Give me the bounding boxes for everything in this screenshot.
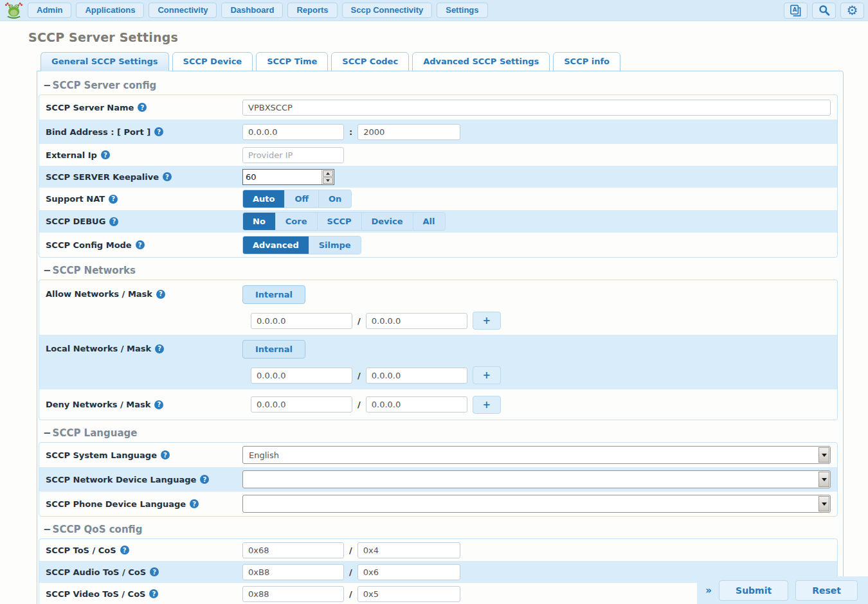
- question-circle-icon[interactable]: ?: [138, 103, 147, 112]
- field-label: Allow Networks / Mask: [46, 289, 152, 299]
- row-local-networks: Local Networks / Mask ? Internal / +: [39, 335, 837, 389]
- tab-general-sccp-settings[interactable]: General SCCP Settings: [41, 52, 169, 71]
- allow-mask-input[interactable]: [366, 313, 467, 329]
- field-label: SCCP Config Mode: [46, 240, 132, 250]
- tab-sccp-device[interactable]: SCCP Device: [172, 52, 253, 71]
- nat-auto-button[interactable]: Auto: [243, 190, 285, 208]
- collapse-icon[interactable]: −: [43, 265, 51, 276]
- video-tos-input[interactable]: [242, 586, 344, 602]
- row-config-mode: SCCP Config Mode ? Advanced Silmpe: [39, 233, 837, 257]
- allow-network-input[interactable]: [251, 313, 352, 329]
- question-circle-icon[interactable]: ?: [154, 400, 163, 409]
- network-device-language-select[interactable]: [242, 470, 831, 488]
- collapse-icon[interactable]: −: [43, 80, 51, 91]
- local-network-input[interactable]: [251, 368, 352, 384]
- slash-separator: /: [357, 400, 361, 409]
- section-title: SCCP QoS config: [53, 524, 143, 535]
- question-circle-icon[interactable]: ?: [163, 172, 172, 181]
- dropdown-arrow-icon[interactable]: [818, 472, 829, 487]
- audio-tos-input[interactable]: [242, 564, 344, 580]
- question-circle-icon[interactable]: ?: [190, 499, 199, 508]
- dropdown-arrow-icon[interactable]: [818, 447, 829, 463]
- field-label: SCCP Audio ToS / CoS: [46, 567, 146, 577]
- collapse-icon[interactable]: −: [43, 427, 51, 439]
- row-sccp-debug: SCCP DEBUG ? No Core SCCP Device All: [39, 210, 837, 233]
- sccp-server-name-input[interactable]: [242, 100, 831, 116]
- nat-off-button[interactable]: Off: [285, 190, 319, 208]
- question-circle-icon[interactable]: ?: [154, 127, 163, 136]
- submit-button[interactable]: Submit: [719, 580, 788, 601]
- reset-button[interactable]: Reset: [795, 580, 858, 601]
- nav-item-dashboard[interactable]: Dashboard: [221, 3, 283, 18]
- question-circle-icon[interactable]: ?: [155, 344, 164, 353]
- question-circle-icon[interactable]: ?: [101, 150, 110, 159]
- tos-input[interactable]: [242, 542, 344, 558]
- local-internal-button[interactable]: Internal: [242, 340, 305, 359]
- search-button[interactable]: [812, 3, 836, 19]
- section-box-server-config: SCCP Server Name ? Bind Address : [ Port…: [39, 94, 838, 258]
- debug-all-button[interactable]: All: [413, 213, 445, 230]
- bind-port-input[interactable]: [357, 124, 460, 140]
- keepalive-stepper[interactable]: 60: [242, 169, 334, 185]
- settings-gear-button[interactable]: ⚙: [840, 3, 864, 19]
- section-title: SCCP Networks: [53, 265, 136, 276]
- nav-item-settings[interactable]: Settings: [437, 3, 487, 18]
- tab-advanced-sccp-settings[interactable]: Advanced SCCP Settings: [412, 52, 550, 71]
- bind-address-input[interactable]: [242, 124, 344, 140]
- system-language-select[interactable]: English: [242, 446, 831, 464]
- allow-internal-button[interactable]: Internal: [242, 285, 305, 304]
- question-circle-icon[interactable]: ?: [109, 195, 118, 204]
- nav-item-sccp-connectivity[interactable]: Sccp Connectivity: [342, 3, 433, 18]
- colon-separator: :: [349, 127, 352, 137]
- phone-device-language-select[interactable]: [242, 495, 831, 513]
- question-circle-icon[interactable]: ?: [149, 589, 158, 598]
- nav-item-admin[interactable]: Admin: [28, 3, 71, 18]
- question-circle-icon[interactable]: ?: [150, 567, 159, 576]
- deny-mask-input[interactable]: [366, 396, 467, 413]
- field-label: SCCP ToS / CoS: [46, 546, 116, 555]
- frog-logo[interactable]: [4, 2, 23, 19]
- question-circle-icon[interactable]: ?: [136, 240, 145, 249]
- cos-input[interactable]: [357, 542, 460, 558]
- field-label: SCCP Phone Device Language: [46, 499, 186, 509]
- question-circle-icon[interactable]: ?: [120, 546, 129, 555]
- dropdown-arrow-icon[interactable]: [818, 496, 829, 511]
- deny-network-input[interactable]: [251, 396, 352, 413]
- question-circle-icon[interactable]: ?: [200, 475, 209, 484]
- collapse-icon[interactable]: −: [43, 524, 51, 535]
- question-circle-icon[interactable]: ?: [109, 217, 118, 226]
- collapse-chevron-icon[interactable]: »: [705, 585, 712, 596]
- audio-cos-input[interactable]: [357, 564, 460, 580]
- tab-sccp-info[interactable]: SCCP info: [553, 52, 620, 71]
- nav-item-reports[interactable]: Reports: [287, 3, 337, 18]
- field-label: Support NAT: [46, 194, 105, 204]
- row-sccp-server-name: SCCP Server Name ?: [39, 95, 837, 120]
- tab-sccp-time[interactable]: SCCP Time: [256, 52, 328, 71]
- nav-item-connectivity[interactable]: Connectivity: [149, 3, 217, 18]
- stepper-arrows-icon[interactable]: [321, 170, 334, 184]
- deny-add-button[interactable]: +: [473, 396, 501, 414]
- local-add-button[interactable]: +: [473, 366, 501, 384]
- slash-separator: /: [357, 316, 361, 326]
- nat-on-button[interactable]: On: [319, 190, 351, 208]
- config-mode-simple-button[interactable]: Silmpe: [309, 236, 361, 254]
- local-mask-input[interactable]: [366, 368, 467, 384]
- debug-core-button[interactable]: Core: [276, 213, 318, 230]
- nav-item-applications[interactable]: Applications: [76, 3, 144, 18]
- search-icon: [818, 4, 830, 16]
- field-label: Deny Networks / Mask: [46, 400, 150, 409]
- language-button[interactable]: A: [784, 3, 808, 19]
- question-circle-icon[interactable]: ?: [161, 450, 170, 459]
- question-circle-icon[interactable]: ?: [156, 290, 165, 299]
- external-ip-input[interactable]: [242, 147, 344, 163]
- field-label: SCCP Server Name: [46, 103, 134, 112]
- debug-no-button[interactable]: No: [243, 213, 276, 230]
- debug-device-button[interactable]: Device: [362, 213, 413, 230]
- slash-separator: /: [349, 546, 352, 555]
- debug-sccp-button[interactable]: SCCP: [318, 213, 362, 230]
- video-cos-input[interactable]: [357, 586, 460, 602]
- config-mode-advanced-button[interactable]: Advanced: [243, 236, 309, 254]
- language-book-icon: A: [790, 4, 802, 17]
- allow-add-button[interactable]: +: [473, 312, 501, 330]
- tab-sccp-codec[interactable]: SCCP Codec: [331, 52, 409, 71]
